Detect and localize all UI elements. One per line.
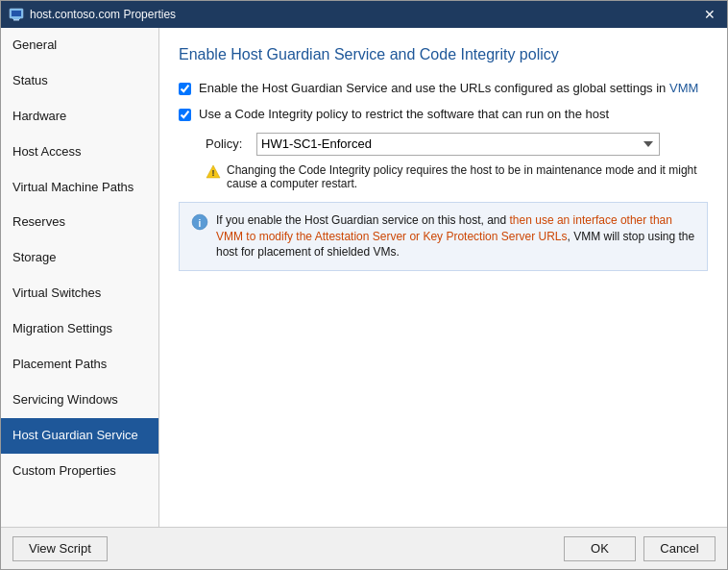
checkbox-hgs-label: Enable the Host Guardian Service and use… xyxy=(199,81,698,95)
info-box: i If you enable the Host Guardian servic… xyxy=(179,202,708,271)
checkbox-ci-row: Use a Code Integrity policy to restrict … xyxy=(179,107,708,121)
sidebar-item-host-access[interactable]: Host Access xyxy=(1,135,158,170)
dialog-body: GeneralStatusHardwareHost AccessVirtual … xyxy=(1,28,727,527)
bottom-bar: View Script OK Cancel xyxy=(1,527,727,569)
checkbox-ci[interactable] xyxy=(179,109,191,121)
main-dialog: host.contoso.com Properties ✕ GeneralSta… xyxy=(0,0,728,570)
svg-rect-2 xyxy=(13,19,19,21)
sidebar-item-general[interactable]: General xyxy=(1,28,158,63)
close-button[interactable]: ✕ xyxy=(700,5,719,24)
svg-text:i: i xyxy=(199,217,202,228)
bottom-right-buttons: OK Cancel xyxy=(564,536,716,561)
sidebar-item-custom-properties[interactable]: Custom Properties xyxy=(1,454,158,489)
checkbox-hgs-row: Enable the Host Guardian Service and use… xyxy=(179,81,708,95)
dialog-icon xyxy=(9,7,24,22)
info-icon: i xyxy=(191,213,208,231)
sidebar-item-host-guardian-service[interactable]: Host Guardian Service xyxy=(1,418,158,454)
content-area: Enable Host Guardian Service and Code In… xyxy=(159,28,727,527)
sidebar-item-virtual-switches[interactable]: Virtual Switches xyxy=(1,276,158,311)
sidebar: GeneralStatusHardwareHost AccessVirtual … xyxy=(1,28,159,527)
policy-row: Policy: HW1-SC1-Enforced xyxy=(206,133,708,156)
ok-button[interactable]: OK xyxy=(564,536,636,561)
sidebar-item-storage[interactable]: Storage xyxy=(1,240,158,276)
sidebar-item-reserves[interactable]: Reserves xyxy=(1,205,158,240)
checkbox-ci-label: Use a Code Integrity policy to restrict … xyxy=(199,107,609,121)
sidebar-item-placement-paths[interactable]: Placement Paths xyxy=(1,347,158,383)
info-text: If you enable the Host Guardian service … xyxy=(216,212,695,260)
page-title: Enable Host Guardian Service and Code In… xyxy=(179,45,708,65)
cancel-button[interactable]: Cancel xyxy=(643,536,716,561)
sidebar-item-status[interactable]: Status xyxy=(1,63,158,99)
policy-select[interactable]: HW1-SC1-Enforced xyxy=(256,133,660,156)
svg-rect-1 xyxy=(12,11,21,16)
content-main: Enable Host Guardian Service and Code In… xyxy=(159,28,727,527)
warning-icon: ! xyxy=(206,164,221,180)
sidebar-item-hardware[interactable]: Hardware xyxy=(1,99,158,135)
warning-row: ! Changing the Code Integrity policy req… xyxy=(206,163,708,190)
policy-label: Policy: xyxy=(206,136,249,151)
warning-text: Changing the Code Integrity policy requi… xyxy=(227,163,708,190)
title-bar-text: host.contoso.com Properties xyxy=(30,8,700,21)
title-bar: host.contoso.com Properties ✕ xyxy=(1,1,727,28)
checkbox-hgs[interactable] xyxy=(179,83,191,95)
view-script-button[interactable]: View Script xyxy=(12,536,108,561)
sidebar-item-migration-settings[interactable]: Migration Settings xyxy=(1,311,158,347)
svg-rect-3 xyxy=(12,18,20,19)
svg-text:!: ! xyxy=(212,168,215,178)
sidebar-item-servicing-windows[interactable]: Servicing Windows xyxy=(1,383,158,418)
sidebar-item-virtual-machine-paths[interactable]: Virtual Machine Paths xyxy=(1,170,158,206)
